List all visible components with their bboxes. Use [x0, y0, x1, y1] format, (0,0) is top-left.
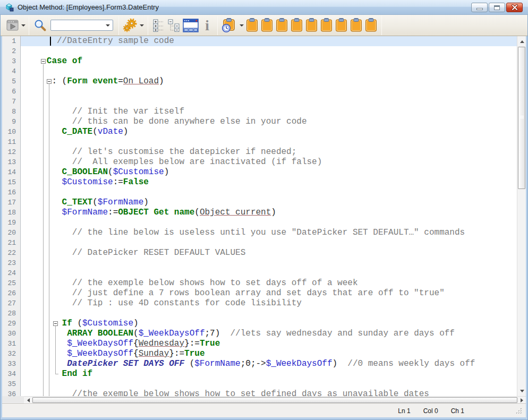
column-indicator: Col 0: [423, 407, 438, 415]
code-line[interactable]: [21, 258, 517, 268]
code-line[interactable]: [21, 187, 517, 198]
line-number: 31: [2, 339, 20, 349]
line-number: 16: [2, 187, 20, 198]
vertical-scrollbar[interactable]: [517, 36, 526, 396]
toolbar-separator: [148, 16, 148, 35]
code-line[interactable]: End if: [21, 369, 517, 379]
code-editor[interactable]: //DateEntry sample code Case of : (Form …: [21, 36, 517, 396]
scrollbar-corner: [2, 396, 24, 404]
code-line[interactable]: [21, 379, 517, 389]
code-line[interactable]: [21, 308, 517, 319]
line-number: 7: [2, 97, 20, 107]
fold-toggle[interactable]: [53, 321, 58, 326]
macro-slot-button[interactable]: [259, 17, 274, 34]
code-line[interactable]: $FormName:=OBJECT Get name(Object curren…: [21, 208, 517, 218]
macro-slot-button[interactable]: [274, 17, 289, 34]
scroll-up-button[interactable]: [517, 37, 526, 46]
code-line[interactable]: [21, 137, 517, 147]
macros-button[interactable]: [221, 17, 244, 34]
code-line[interactable]: DatePicker SET DAYS OFF ($FormName;0;->$…: [21, 359, 517, 369]
code-line[interactable]: [21, 97, 517, 107]
vertical-scroll-thumb[interactable]: [518, 47, 525, 189]
thumb-grip-icon: [520, 116, 524, 119]
line-number: 13: [2, 157, 20, 167]
search-dropdown-arrow-icon: [106, 24, 110, 27]
code-line[interactable]: // the exemple below shows how to set da…: [21, 278, 517, 288]
line-number: 32: [2, 349, 20, 359]
clipboard-icon: [350, 18, 362, 32]
horizontal-scroll-thumb[interactable]: [32, 397, 517, 403]
collapse-all-button[interactable]: [166, 17, 181, 34]
line-number: 5: [2, 76, 20, 87]
close-button[interactable]: [506, 3, 523, 12]
code-line[interactable]: [21, 218, 517, 228]
clipboard-icon: [305, 18, 318, 32]
code-line[interactable]: $_WeekDaysOff{Wednesday}:=True: [21, 339, 517, 349]
code-line[interactable]: // just define a 7 rows boolean array an…: [21, 288, 517, 298]
code-line[interactable]: [21, 66, 517, 76]
code-line[interactable]: C_BOOLEAN($Customise): [21, 167, 517, 177]
run-method-button[interactable]: [6, 17, 25, 34]
toolbar: i: [0, 15, 528, 36]
title-bar[interactable]: Object Method: [Employees].Form3.DateEnt…: [0, 0, 528, 15]
line-number: 30: [2, 329, 20, 339]
minimize-button[interactable]: [471, 3, 488, 12]
code-line[interactable]: [21, 268, 517, 278]
line-number: 23: [2, 258, 20, 268]
code-line[interactable]: // this can be done anywhere else in you…: [21, 117, 517, 127]
macro-slot-button[interactable]: [244, 17, 259, 34]
resize-grip-icon[interactable]: [516, 408, 523, 415]
status-bar: Ln 1 Col 0 Ch 1: [2, 404, 526, 417]
code-line[interactable]: Case of: [21, 56, 517, 66]
code-line[interactable]: [21, 46, 517, 56]
maximize-button[interactable]: [489, 3, 505, 12]
scroll-right-button[interactable]: [517, 397, 526, 404]
code-line[interactable]: // let's customise the datepicker if nee…: [21, 147, 517, 157]
info-button[interactable]: i: [200, 17, 214, 34]
form-button[interactable]: [181, 17, 200, 34]
scroll-left-button[interactable]: [24, 397, 32, 404]
code-line[interactable]: If ($Customise): [21, 319, 517, 329]
line-number: 28: [2, 308, 20, 319]
search-input[interactable]: [53, 21, 106, 30]
code-line[interactable]: // DatePicker RESET DEFAULT VALUES: [21, 248, 517, 258]
line-number: 22: [2, 248, 20, 258]
code-line[interactable]: : (Form event=On Load): [21, 76, 517, 87]
code-line[interactable]: $_WeekDaysOff{Sunday}:=True: [21, 349, 517, 359]
search-combobox[interactable]: [50, 20, 113, 31]
macro-slot-button[interactable]: [334, 17, 348, 34]
line-number: 12: [2, 147, 20, 157]
line-number: 26: [2, 288, 20, 298]
line-number: 29: [2, 319, 20, 329]
code-line[interactable]: // Init the var itself: [21, 107, 517, 117]
code-line[interactable]: // All exemples below are inactivated (i…: [21, 157, 517, 167]
code-line[interactable]: $Customise:=False: [21, 177, 517, 187]
line-number: 2: [2, 46, 20, 56]
code-line[interactable]: //DateEntry sample code: [21, 36, 517, 46]
macro-slot-button[interactable]: [363, 17, 378, 34]
line-number: 35: [2, 379, 20, 389]
horizontal-scrollbar[interactable]: [24, 396, 526, 404]
code-line[interactable]: [21, 87, 517, 97]
fold-toggle[interactable]: [41, 59, 46, 64]
macro-slot-button[interactable]: [348, 17, 363, 34]
code-line[interactable]: ARRAY BOOLEAN($_WeekDaysOff;7) //lets sa…: [21, 329, 517, 339]
code-line[interactable]: C_TEXT($FormName): [21, 198, 517, 208]
code-line[interactable]: C_DATE(vDate): [21, 127, 517, 137]
scroll-down-button[interactable]: [517, 387, 526, 395]
method-options-button[interactable]: [122, 17, 144, 34]
indent-guide: [55, 326, 56, 374]
code-line[interactable]: // the line below is useless until you u…: [21, 228, 517, 238]
indent-guide: [43, 64, 44, 396]
minimize-icon: [476, 8, 483, 10]
code-line[interactable]: //the exemple below shows how to set def…: [21, 389, 517, 396]
macro-slot-button[interactable]: [289, 17, 304, 34]
expand-all-button[interactable]: [151, 17, 166, 34]
code-line[interactable]: [21, 238, 517, 248]
fold-toggle[interactable]: [47, 79, 52, 84]
macro-slot-button[interactable]: [304, 17, 319, 34]
clipboard-strip: [244, 17, 378, 34]
code-line[interactable]: // Tip : use 4D constants for code lisib…: [21, 298, 517, 308]
line-number: 24: [2, 268, 20, 278]
macro-slot-button[interactable]: [319, 17, 334, 34]
